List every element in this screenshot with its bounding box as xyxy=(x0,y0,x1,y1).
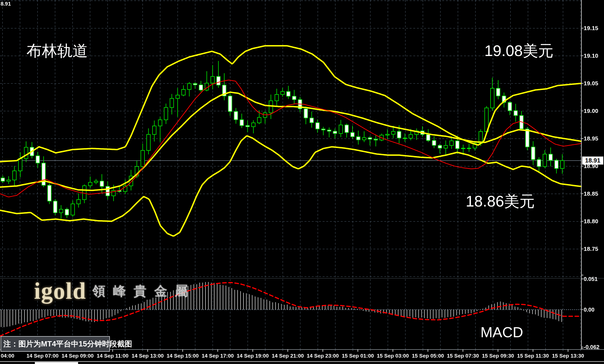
macd-tick-label: 0.00 xyxy=(584,307,595,313)
price-tick-label: 19.05 xyxy=(584,80,598,87)
time-tick-label: 14 Sep 11:00 xyxy=(97,353,129,359)
last-price-overlay: 8.91 xyxy=(1,1,11,7)
time-tick-label: 15 Sep 03:00 xyxy=(377,353,409,359)
price-tick-label: 18.85 xyxy=(584,190,598,197)
time-tick-label: 15 Sep 05:00 xyxy=(412,353,444,359)
macd-tick-label: 0.051 xyxy=(584,276,598,282)
upper-band-price-label: 19.08美元 xyxy=(484,41,554,61)
price-tick-label: 19.00 xyxy=(584,108,598,114)
time-tick-label: 14 Sep 09:00 xyxy=(62,353,94,359)
igold-watermark: igold 領峰貴金屬 xyxy=(34,279,195,303)
note-box: 注：图片为MT4平台中15分钟时段截图 xyxy=(1,336,110,352)
price-tick-label: 19.15 xyxy=(584,25,598,31)
time-tick-label: 14 Sep 13:00 xyxy=(132,353,164,359)
price-tick-label: 18.80 xyxy=(584,218,598,225)
watermark-logo-text: igold xyxy=(34,279,86,303)
time-tick-label: 15 Sep 13:30 xyxy=(552,353,584,359)
time-tick-label: 15 Sep 01:00 xyxy=(342,353,374,359)
price-tick-label: 19.10 xyxy=(584,52,598,59)
time-tick-label: 15 Sep 11:30 xyxy=(517,353,549,359)
time-tick-label: 14 Sep 07:00 xyxy=(26,353,59,359)
time-tick-label: 14 Sep 19:00 xyxy=(237,353,269,359)
time-tick-label: 14 Sep 21:00 xyxy=(272,353,304,359)
lower-band-price-label: 18.86美元 xyxy=(466,191,535,212)
price-tick-label: 18.95 xyxy=(584,135,598,142)
macd-tick-label: -0.062 xyxy=(584,344,600,350)
watermark-cjk-text: 領峰貴金屬 xyxy=(92,283,195,303)
bollinger-bands-label: 布林轨道 xyxy=(26,41,88,61)
time-tick-label: 15 Sep 09:30 xyxy=(482,353,514,359)
time-tick-label: 14 Sep 15:00 xyxy=(167,353,199,359)
macd-indicator-label: MACD xyxy=(480,324,523,341)
time-tick-label: 14 Sep 17:00 xyxy=(202,353,234,359)
time-tick-label: 15 Sep 07:30 xyxy=(447,353,479,359)
price-tick-label: 18.75 xyxy=(584,246,598,252)
time-tick-label: 04:00 xyxy=(1,353,15,359)
time-tick-label: 14 Sep 23:00 xyxy=(307,353,339,359)
price-tick-label: 18.90 xyxy=(584,163,598,169)
mt4-chart-window: 8.91 布林轨道 19.08美元 18.86美元 MACD igold 領峰貴… xyxy=(0,0,604,364)
